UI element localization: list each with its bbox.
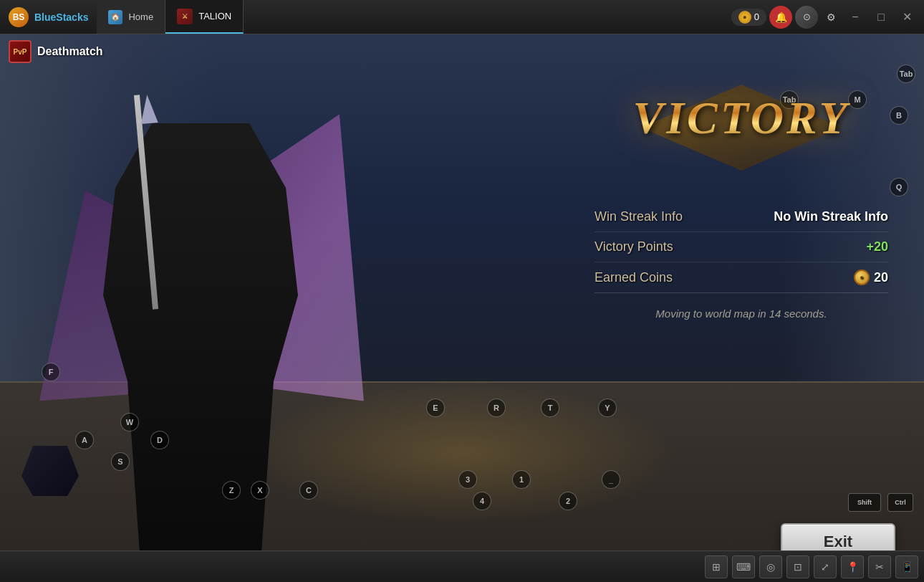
key-d: D (150, 431, 169, 449)
character-body (79, 123, 322, 553)
titlebar: BS BlueStacks 🏠 Home ⚔ TALION ● 0 🔔 ⊙ ⚙ … (0, 0, 924, 34)
mode-label: Deathmatch (37, 45, 103, 58)
victory-text: VICTORY (632, 92, 850, 143)
window-control[interactable]: ⊙ (795, 6, 818, 29)
key-3: 3 (458, 470, 477, 489)
key-s: S (111, 452, 130, 471)
taskbar-btn-2[interactable]: ⌨ (732, 555, 755, 578)
coin-button[interactable]: ● 0 (731, 9, 766, 26)
taskbar-btn-6[interactable]: 📍 (841, 555, 864, 578)
logo-area: BS BlueStacks (0, 7, 97, 27)
titlebar-controls: ● 0 🔔 ⊙ ⚙ − □ ✕ (726, 6, 924, 29)
taskbar: ⊞ ⌨ ◎ ⊡ ⤢ 📍 ✂ 📱 (0, 550, 924, 582)
exit-button-label: Exit (824, 533, 852, 551)
game-viewport: PvP Deathmatch VICTORY Win Streak Info N… (0, 34, 924, 582)
taskbar-btn-3[interactable]: ◎ (759, 555, 782, 578)
key-b: B (890, 106, 908, 125)
key-m: M (848, 90, 867, 109)
taskbar-btn-1[interactable]: ⊞ (705, 555, 728, 578)
key-4: 4 (473, 492, 491, 510)
victory-points-label: Victory Points (595, 239, 673, 254)
key-e: E (426, 399, 445, 417)
key-q: Q (890, 178, 908, 196)
victory-panel: VICTORY Win Streak Info No Win Streak In… (573, 77, 910, 341)
stats-table: Win Streak Info No Win Streak Info Victo… (595, 202, 888, 293)
win-streak-label: Win Streak Info (595, 209, 683, 224)
coin-icon-small: ● (854, 269, 870, 285)
key-w: W (120, 413, 139, 431)
notification-button[interactable]: 🔔 (769, 6, 792, 29)
taskbar-btn-7[interactable]: ✂ (868, 555, 891, 578)
tab-home[interactable]: 🏠 Home (97, 0, 165, 34)
key-c: C (299, 481, 318, 500)
game-icon: ⚔ (177, 9, 193, 24)
victory-title-area: VICTORY (595, 92, 888, 145)
coin-count: 0 (754, 11, 759, 22)
hud-top-left: PvP Deathmatch (9, 40, 103, 63)
key-shift: Shift (848, 493, 881, 512)
taskbar-btn-5[interactable]: ⤢ (814, 555, 837, 578)
taskbar-btn-8[interactable]: 📱 (895, 555, 918, 578)
close-button[interactable]: ✕ (895, 6, 918, 29)
key-x: X (251, 481, 269, 500)
maximize-button[interactable]: □ (870, 6, 892, 29)
settings-button[interactable]: ⚙ (821, 7, 841, 27)
stats-row-points: Victory Points +20 (595, 232, 888, 262)
key-ctrl: Ctrl (887, 493, 913, 512)
home-icon: 🏠 (108, 10, 122, 24)
character-display (36, 95, 380, 553)
minimize-button[interactable]: − (844, 6, 867, 29)
key-1: 1 (512, 470, 531, 489)
pvp-mode-icon: PvP (9, 40, 32, 63)
weapon-tip (138, 94, 158, 124)
earned-coins-value: ● 20 (854, 269, 888, 285)
taskbar-btn-4[interactable]: ⊡ (786, 555, 809, 578)
key-z: Z (222, 481, 241, 500)
key-2: 2 (559, 492, 577, 510)
timer-message: Moving to world map in 14 seconds. (595, 307, 888, 320)
stats-row-winstreak: Win Streak Info No Win Streak Info (595, 202, 888, 232)
key-t: T (541, 399, 559, 417)
creature-bottom-left (21, 446, 79, 496)
win-streak-value: No Win Streak Info (774, 209, 888, 224)
key-r: R (487, 399, 506, 417)
key-minus: _ (602, 470, 620, 489)
key-tab-topright: Tab (897, 65, 915, 83)
key-y: Y (598, 399, 617, 417)
stats-row-coins: Earned Coins ● 20 (595, 262, 888, 293)
bluestacks-logo: BS (9, 7, 29, 27)
tab-game[interactable]: ⚔ TALION (165, 0, 244, 34)
coin-icon: ● (738, 11, 751, 24)
key-a: A (75, 431, 94, 449)
victory-points-value: +20 (866, 239, 888, 254)
key-f: F (42, 363, 60, 381)
tab-game-label: TALION (198, 11, 231, 22)
tab-home-label: Home (128, 11, 153, 22)
earned-coins-label: Earned Coins (595, 270, 673, 285)
app-name: BlueStacks (34, 11, 88, 23)
